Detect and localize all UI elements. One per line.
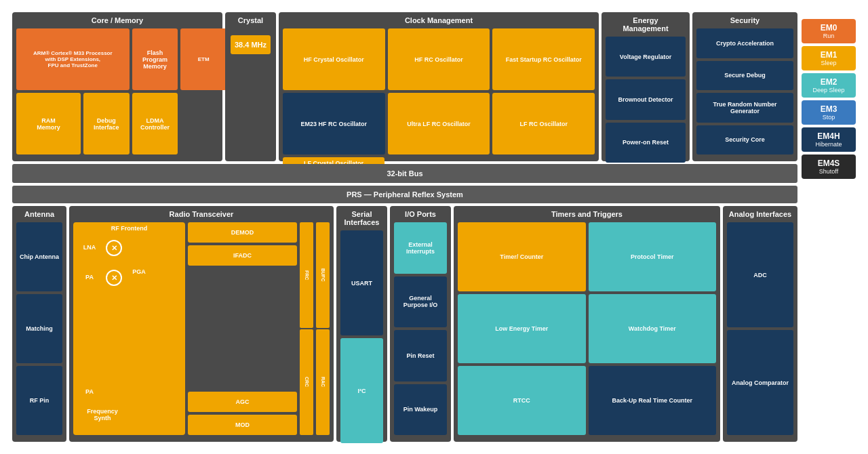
bottom-row: Antenna Chip Antenna Matching RF Pin Rad… [12,206,797,442]
serial-title: Serial Interfaces [340,210,383,226]
analog-section: Analog Interfaces ADC Analog Comparator [723,206,797,442]
timers-title: Timers and Triggers [458,210,716,218]
etm-block: ETM [180,28,226,90]
mod-block: MOD [188,415,297,435]
security-core-block: Security Core [696,125,793,155]
rtcc-block: RTCC [458,366,586,435]
ifadc-block: IFADC [188,245,297,266]
security-title: Security [696,16,793,24]
legend-em4h-label: EM4H [804,131,853,141]
serial-section: Serial Interfaces USART I²C [336,206,387,442]
clock-mgmt-section: Clock Management HF Crystal Oscillator H… [279,12,599,161]
bus-row: 32-bit Bus [12,164,797,183]
analog-comparator-block: Analog Comparator [727,330,793,435]
voltage-regulator-block: Voltage Regulator [606,37,686,77]
legend-em0-sub: Run [804,33,853,39]
legend-em1-sub: Sleep [804,60,853,66]
pa-top-block: PA [79,270,100,285]
legend-em4h-sub: Hibernate [804,141,853,148]
io-title: I/O Ports [394,210,447,218]
pin-reset-block: Pin Reset [394,330,447,381]
power-on-reset-block: Power-on Reset [606,123,686,163]
prs-label: PRS — Peripheral Reflex System [347,190,463,199]
diagram-area: Core / Memory ARM® Cortex® M33 Processor… [12,12,797,442]
legend-em2-label: EM2 [804,77,853,87]
analog-inner: ADC Analog Comparator [727,222,793,435]
antenna-inner: Chip Antenna Matching RF Pin [16,222,62,435]
backup-rtc-block: Back-Up Real Time Counter [589,366,717,435]
security-inner: Crypto Acceleration Secure Debug True Ra… [696,28,793,154]
antenna-section: Antenna Chip Antenna Matching RF Pin [12,206,66,442]
crystal-freq: 38.4 MHz [231,35,271,54]
core-memory-title: Core / Memory [16,16,218,24]
lf-rc-osc: LF RC Oscillator [492,93,595,154]
hf-crystal-osc: HF Crystal Oscillator [283,28,385,90]
em23-hf-osc: EM23 HF RC Oscillator [283,93,385,154]
pga-block: PGA [129,255,149,289]
legend-em4s: EM4S Shutoff [802,154,856,179]
radio-title: Radio Transceiver [73,210,330,218]
crystal-title: Crystal [238,16,263,24]
external-interrupts-block: External Interrupts [394,222,447,274]
timer-counter-block: Timer/ Counter [458,222,586,291]
freq-synth-block: Frequency Synth [79,405,126,424]
legend-em0-label: EM0 [804,23,853,33]
usart-block: USART [340,230,383,335]
serial-inner: USART I²C [340,230,383,443]
prs-row: PRS — Peripheral Reflex System [12,186,797,203]
legend-em4s-sub: Shutoff [804,168,853,175]
demod-block: DEMOD [188,222,297,243]
legend-panel: EM0 Run EM1 Sleep EM2 Deep Sleep EM3 Sto… [802,12,856,442]
fast-startup-osc: Fast Startup RC Oscillator [492,28,595,90]
chip-antenna-block: Chip Antenna [16,222,62,291]
rac-block: RAC [316,329,330,435]
legend-em4h: EM4H Hibernate [802,127,856,152]
energy-mgmt-section: EnergyManagement Voltage Regulator Brown… [601,12,690,161]
protocol-timer-block: Protocol Timer [589,222,717,291]
legend-em2: EM2 Deep Sleep [802,73,856,98]
legend-em1: EM1 Sleep [802,46,856,70]
legend-em3: EM3 Stop [802,100,856,125]
general-purpose-io-block: General Purpose I/O [394,276,447,328]
vertical-blocks-right: BUFC RAC [316,222,330,435]
dsp-blocks: DEMOD IFADC AGC MOD [188,222,297,435]
vertical-blocks-left: FRC CRC [300,222,313,435]
legend-em4s-label: EM4S [804,159,853,168]
core-memory-section: Core / Memory ARM® Cortex® M33 Processor… [12,12,222,161]
legend-em3-label: EM3 [804,104,853,114]
frc-block: FRC [300,222,313,328]
pin-wakeup-block: Pin Wakeup [394,384,447,436]
true-rng-block: True Random Number Generator [696,93,793,123]
legend-em1-label: EM1 [804,50,853,60]
top-row: Core / Memory ARM® Cortex® M33 Processor… [12,12,797,161]
mixer-top: ✕ [106,240,122,256]
hf-rc-osc: HF RC Oscillator [388,28,490,90]
legend-em2-sub: Deep Sleep [804,87,853,94]
clock-mgmt-title: Clock Management [283,16,595,24]
radio-section: Radio Transceiver RF Frontend LNA ✕ PA [69,206,334,442]
ultra-lf-osc: Ultra LF RC Oscillator [388,93,490,154]
analog-title: Analog Interfaces [727,210,793,218]
lna-block: LNA [79,240,100,255]
crystal-section: Crystal 38.4 MHz [225,12,276,161]
main-wrapper: Core / Memory ARM® Cortex® M33 Processor… [7,7,861,447]
antenna-title: Antenna [16,210,62,218]
crc-block: CRC [300,329,313,435]
timers-inner: Timer/ Counter Protocol Timer Low Energy… [458,222,716,435]
watchdog-timer-block: Watchdog Timer [589,294,717,363]
debug-interface-block: DebugInterface [83,93,130,154]
io-inner: External Interrupts General Purpose I/O … [394,222,447,435]
agc-block: AGC [188,392,297,412]
bufc-block: BUFC [316,222,330,328]
arm-processor-block: ARM® Cortex® M33 Processorwith DSP Exten… [16,28,130,90]
pa-bottom-block: PA [79,384,100,399]
brownout-detector-block: Brownout Detector [606,79,686,119]
ram-memory-block: RAMMemory [16,93,81,154]
low-energy-timer-block: Low Energy Timer [458,294,586,363]
rf-frontend-label: RF Frontend [76,225,182,232]
rf-pin-block: RF Pin [16,366,62,435]
timers-section: Timers and Triggers Timer/ Counter Proto… [454,206,720,442]
security-section: Security Crypto Acceleration Secure Debu… [692,12,797,161]
bus-label: 32-bit Bus [387,169,422,178]
secure-debug-block: Secure Debug [696,61,793,91]
